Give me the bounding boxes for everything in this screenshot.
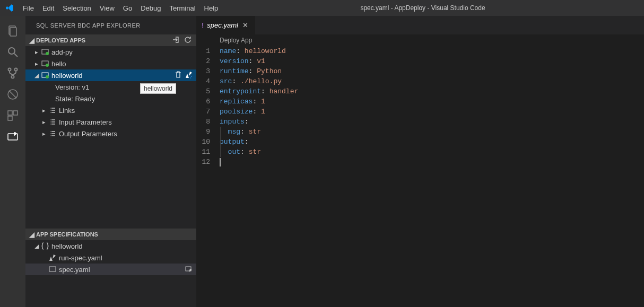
code-line[interactable]: output: (220, 137, 644, 147)
extensions-icon[interactable] (0, 105, 25, 126)
chevron-right-icon: ▸ (40, 107, 48, 114)
tree-item-input-params[interactable]: ▸ Input Parameters (25, 116, 196, 128)
menu-help[interactable]: Help (200, 0, 223, 16)
tabs: ! spec.yaml ✕ (196, 16, 644, 34)
svg-rect-37 (49, 267, 56, 271)
menu-debug[interactable]: Debug (136, 0, 165, 16)
run-file-icon (48, 253, 57, 262)
file-icon (48, 265, 57, 274)
svg-line-3 (14, 54, 18, 57)
tab-spec-yaml[interactable]: ! spec.yaml ✕ (196, 16, 255, 34)
chevron-down-icon: ◢ (28, 231, 36, 239)
sidebar: SQL SERVER BDC APP EXPLORER ◢ DEPLOYED A… (25, 16, 196, 307)
menu-edit[interactable]: Edit (38, 0, 58, 16)
code-line[interactable]: entrypoint: handler (220, 86, 644, 97)
svg-rect-9 (8, 111, 12, 115)
braces-icon (40, 242, 50, 250)
yaml-file-icon: ! (202, 21, 204, 29)
svg-point-2 (8, 48, 15, 54)
titlebar: File Edit Selection View Go Debug Termin… (0, 0, 644, 16)
svg-point-16 (46, 64, 49, 67)
section-deployed-apps[interactable]: ◢ DEPLOYED APPS (25, 34, 196, 46)
svg-line-8 (9, 91, 16, 98)
tree-item-helloworld[interactable]: ◢ helloworld helloworld (25, 69, 196, 81)
gutter: 123456789101112 (196, 46, 220, 307)
code-line[interactable]: inputs: (220, 117, 644, 127)
tree-item-state[interactable]: State: Ready (25, 93, 196, 104)
svg-rect-12 (8, 134, 18, 140)
app-specs-tree: ◢ helloworld run-spec.yaml spec.yaml (25, 240, 196, 307)
chevron-down-icon: ◢ (33, 72, 40, 79)
svg-point-5 (15, 68, 18, 71)
code-line[interactable]: version: v1 (220, 56, 644, 66)
code-line[interactable]: out: str (220, 147, 644, 157)
menubar: File Edit Selection View Go Debug Termin… (19, 0, 222, 16)
editor: ! spec.yaml ✕ Deploy App 123456789101112… (196, 16, 644, 307)
debug-icon[interactable] (0, 84, 25, 105)
code-line[interactable] (220, 157, 644, 167)
list-icon (48, 118, 57, 126)
chevron-down-icon: ◢ (28, 37, 36, 45)
code-line[interactable]: poolsize: 1 (220, 107, 644, 117)
breadcrumb[interactable]: Deploy App (196, 34, 644, 46)
chevron-down-icon: ◢ (33, 243, 40, 250)
menu-file[interactable]: File (19, 0, 38, 16)
code-line[interactable]: msg: str (220, 127, 644, 137)
tree-item-add-py[interactable]: ▸ add-py (25, 46, 196, 58)
tree-item-hello[interactable]: ▸ hello (25, 58, 196, 69)
tooltip: helloworld (140, 83, 176, 94)
delete-icon[interactable] (174, 71, 182, 81)
svg-point-4 (8, 68, 11, 71)
code-line[interactable]: runtime: Python (220, 66, 644, 76)
tree-item-run-spec-yaml[interactable]: run-spec.yaml (25, 252, 196, 264)
menu-terminal[interactable]: Terminal (165, 0, 199, 16)
tree-item-spec-yaml[interactable]: spec.yaml (25, 264, 196, 275)
app-green-icon (40, 48, 50, 56)
tree-item-spec-helloworld[interactable]: ◢ helloworld (25, 240, 196, 252)
list-icon (48, 129, 57, 138)
tree-item-output-params[interactable]: ▸ Output Parameters (25, 128, 196, 139)
vscode-logo-icon (0, 3, 19, 13)
chevron-right-icon: ▸ (33, 49, 40, 56)
app-green-icon (40, 71, 50, 80)
run-spec-icon[interactable] (185, 71, 193, 81)
chevron-right-icon: ▸ (40, 119, 48, 126)
svg-point-18 (46, 75, 49, 78)
code-editor[interactable]: 123456789101112 name: helloworldversion:… (196, 46, 644, 307)
menu-view[interactable]: View (95, 0, 119, 16)
sidebar-title: SQL SERVER BDC APP EXPLORER (25, 16, 196, 34)
svg-point-6 (12, 76, 14, 78)
code-line[interactable]: name: helloworld (220, 46, 644, 56)
chevron-right-icon: ▸ (33, 60, 40, 67)
activitybar (0, 16, 25, 307)
chevron-right-icon: ▸ (40, 130, 48, 137)
login-icon[interactable] (172, 36, 180, 45)
app-green-icon (40, 59, 50, 68)
source-control-icon[interactable] (0, 63, 25, 84)
deployed-apps-tree: ▸ add-py ▸ hello ◢ helloworld helloworld (25, 46, 196, 139)
svg-point-14 (46, 52, 49, 55)
list-icon (48, 106, 57, 115)
svg-rect-11 (8, 116, 12, 120)
section-app-specifications[interactable]: ◢ APP SPECIFICATIONS (25, 229, 196, 240)
menu-go[interactable]: Go (119, 0, 136, 16)
code-line[interactable]: replicas: 1 (220, 97, 644, 107)
close-icon[interactable]: ✕ (241, 21, 250, 29)
code-line[interactable]: src: ./hello.py (220, 76, 644, 86)
deploy-icon[interactable] (185, 265, 193, 275)
search-icon[interactable] (0, 41, 25, 63)
app-deploy-icon[interactable] (0, 126, 25, 147)
refresh-icon[interactable] (184, 36, 192, 45)
tree-item-links[interactable]: ▸ Links (25, 104, 196, 116)
menu-selection[interactable]: Selection (58, 0, 95, 16)
svg-rect-10 (13, 111, 18, 115)
explorer-icon[interactable] (0, 20, 25, 41)
svg-rect-1 (10, 28, 16, 36)
